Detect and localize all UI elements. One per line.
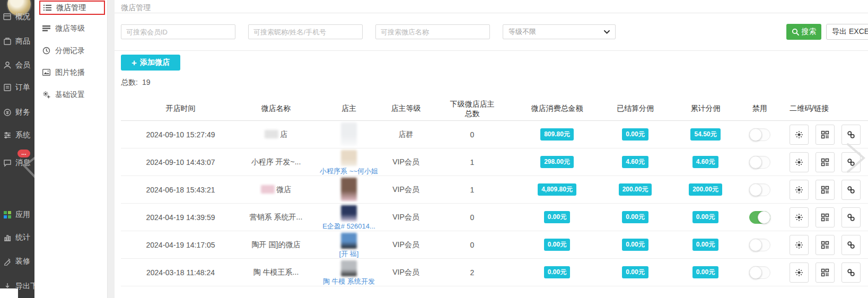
- submenu-item-4[interactable]: 基础设置: [39, 87, 105, 102]
- owner-link[interactable]: E企盈# 526014...: [322, 222, 375, 231]
- sub-store-count-cell: 1: [426, 186, 519, 194]
- submenu-item-1[interactable]: 微店等级: [39, 21, 105, 36]
- sidebar-item-stats[interactable]: 统计: [3, 232, 30, 243]
- nickname-input[interactable]: [248, 24, 363, 39]
- apps-icon: [3, 211, 12, 219]
- submenu-item-2[interactable]: 分佣记录: [39, 43, 105, 58]
- level-select[interactable]: 等级不限: [503, 24, 616, 39]
- sidebar-item-label: 系统: [15, 130, 30, 140]
- open-time-cell: 2024-03-18 11:48:24: [121, 268, 240, 277]
- disable-toggle[interactable]: [749, 211, 770, 224]
- link-button[interactable]: [841, 207, 861, 227]
- qrcode-button[interactable]: [816, 235, 835, 255]
- disabled-cell: [736, 211, 784, 224]
- actions-cell: [784, 180, 868, 200]
- member-id-input[interactable]: [121, 24, 235, 39]
- column-header: 微店消费总金额: [519, 104, 595, 113]
- owner-cell: [开 福]: [312, 231, 386, 259]
- link-button[interactable]: [841, 262, 861, 283]
- table-row: 2024-09-10 14:43:07 小程序 开发~... 小程序系 ~~何小…: [121, 148, 868, 176]
- qrcode-button[interactable]: [816, 152, 835, 172]
- sidebar-item-finance[interactable]: 财务: [3, 107, 30, 118]
- miniprogram-code-button[interactable]: [790, 180, 809, 200]
- qrcode-button[interactable]: [816, 262, 835, 283]
- link-button[interactable]: [841, 152, 861, 172]
- sidebar-item-messages[interactable]: 消息: [3, 157, 30, 168]
- sidebar-item-decorate[interactable]: 装修: [3, 256, 30, 267]
- corner-overlay: [0, 288, 18, 298]
- primary-sidebar: 概况商品会员订单财务系统消息应用统计装修导出下载 …: [0, 0, 34, 298]
- owner-level-cell: 店群: [386, 130, 426, 139]
- owner-level-cell: VIP会员: [386, 240, 426, 250]
- owner-avatar: [341, 122, 357, 146]
- sidebar-item-apps[interactable]: 应用: [3, 209, 30, 220]
- submenu-item-3[interactable]: 图片轮播: [39, 65, 105, 80]
- owner-cell: 小程序系 ~~何小姐: [312, 148, 386, 176]
- disable-toggle[interactable]: [749, 128, 770, 141]
- chevron-down-icon: [604, 30, 610, 34]
- sidebar-item-orders[interactable]: 订单: [3, 82, 30, 93]
- column-header: 禁用: [736, 104, 784, 113]
- stores-table: 开店时间微店名称店主店主等级下级微店店主总数微店消费总金额已结算分佣累计分佣禁用…: [121, 97, 868, 286]
- miniprogram-code-button[interactable]: [790, 152, 809, 172]
- miniprogram-code-button[interactable]: [790, 262, 809, 283]
- search-button[interactable]: 搜索: [786, 24, 821, 40]
- toggle-knob: [749, 239, 762, 251]
- submenu-item-label: 图片轮播: [55, 68, 85, 77]
- orders-icon: [3, 83, 12, 92]
- finance-icon: [3, 108, 12, 117]
- link-button[interactable]: [841, 125, 861, 145]
- disabled-cell: [736, 183, 784, 196]
- sidebar-item-label: 装修: [15, 257, 30, 266]
- sidebar-item-members[interactable]: 会员: [3, 60, 30, 71]
- owner-link[interactable]: 陶 牛模 系统开发: [323, 277, 375, 286]
- qrcode-button[interactable]: [816, 125, 835, 145]
- open-time-cell: 2024-09-10 15:27:49: [121, 130, 240, 139]
- store-name-input[interactable]: [375, 24, 490, 39]
- total-amount-cell: 809.80元: [519, 128, 595, 141]
- search-icon: [792, 28, 799, 36]
- owner-link[interactable]: 小程序系 ~~何小姐: [320, 166, 378, 176]
- members-icon: [3, 61, 12, 69]
- table-row: 2024-04-19 14:17:05 陶开 国]的微店 [开 福] VIP会员…: [121, 231, 868, 259]
- qrcode-button[interactable]: [816, 180, 835, 200]
- miniprogram-code-button[interactable]: [790, 235, 809, 255]
- owner-link[interactable]: [开 福]: [339, 249, 359, 259]
- sidebar-item-system[interactable]: 系统: [3, 130, 30, 141]
- sidebar-item-goods[interactable]: 商品: [3, 36, 30, 47]
- submenu-item-0[interactable]: 微店管理: [39, 1, 105, 15]
- link-button[interactable]: [841, 180, 861, 200]
- link-icon: [846, 268, 856, 277]
- column-header: 店主等级: [386, 104, 426, 113]
- settled-badge: 0.00元: [622, 128, 648, 141]
- open-time-cell: 2024-04-19 14:17:05: [121, 241, 240, 249]
- disable-toggle[interactable]: [749, 156, 770, 169]
- accumulated-badge: 54.50元: [690, 128, 720, 141]
- owner-cell: E企盈# 526014...: [312, 204, 386, 231]
- sidebar-item-label: 商品: [15, 37, 30, 46]
- sidebar-item-overview[interactable]: 概况: [3, 12, 30, 22]
- gears-icon: [42, 91, 50, 99]
- export-excel-button[interactable]: 导出 EXCEL: [826, 24, 868, 40]
- disable-toggle[interactable]: [749, 239, 770, 251]
- amount-badge: 298.00元: [540, 156, 574, 168]
- plus-icon: +: [131, 58, 137, 67]
- column-header: 二维码/链接: [784, 104, 868, 113]
- total-count: 总数:19: [121, 78, 150, 87]
- add-store-button[interactable]: + 添加微店: [121, 55, 180, 71]
- column-header: 开店时间: [121, 104, 240, 113]
- amount-badge: 809.80元: [540, 128, 574, 141]
- main-content: 微店管理 等级不限 搜索 导出 EXCEL + 添加微店 总数:19: [108, 0, 868, 298]
- settled-commission-cell: 0.00元: [595, 128, 675, 141]
- qrcode-button[interactable]: [816, 207, 835, 227]
- disable-toggle[interactable]: [749, 183, 770, 196]
- actions-cell: [784, 235, 868, 255]
- accumulated-commission-cell: 200.00元: [675, 183, 736, 196]
- left-gutter: [108, 0, 115, 298]
- image-icon: [42, 68, 50, 76]
- miniprogram-code-button[interactable]: [790, 125, 809, 145]
- store-name-cell: 营销系 系统开...: [240, 213, 312, 222]
- link-button[interactable]: [841, 235, 861, 255]
- miniprogram-code-button[interactable]: [790, 207, 809, 227]
- disable-toggle[interactable]: [749, 266, 770, 279]
